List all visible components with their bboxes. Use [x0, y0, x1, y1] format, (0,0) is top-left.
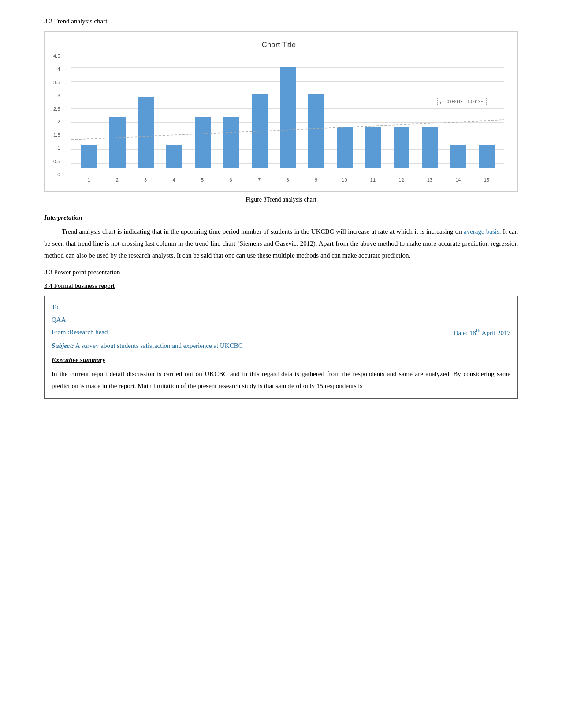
- report-date-label: Date: 18th April 2017: [454, 326, 510, 340]
- interpretation-paragraph: Trend analysis chart is indicating that …: [44, 226, 518, 261]
- bar-group: [275, 54, 301, 168]
- report-from-date-line: From :Research head Date: 18th April 201…: [52, 326, 510, 340]
- report-subject-text: A survey about students satisfaction and…: [74, 342, 243, 349]
- section-34: 3.4 Formal business report: [44, 282, 518, 290]
- bar: [223, 117, 239, 168]
- report-subject-bold: Subject:: [52, 342, 74, 349]
- x-axis-label: 2: [104, 177, 130, 183]
- exec-summary-heading: Executive summary: [52, 354, 510, 366]
- section-33: 3.3 Power point presentation: [44, 269, 518, 276]
- bar-group: [445, 54, 471, 168]
- bar: [138, 97, 154, 168]
- report-to-line: To: [52, 301, 510, 314]
- y-axis-label: 1: [57, 146, 60, 151]
- x-axis-label: 4: [160, 177, 187, 183]
- bar: [81, 145, 97, 168]
- report-subject-line: Subject: A survey about students satisfa…: [52, 340, 510, 352]
- bar-group: [246, 54, 272, 168]
- y-axis: 4.543.532.521.510.50: [53, 54, 63, 177]
- bar-group: [360, 54, 386, 168]
- x-axis-label: 3: [132, 177, 159, 183]
- chart-inner: y = 0.0464x ± 1.5619···: [71, 54, 504, 177]
- bar-group: [133, 54, 159, 168]
- grid-line: [71, 177, 504, 177]
- bar-group: [161, 54, 187, 168]
- x-axis-label: 5: [189, 177, 216, 183]
- colored-text: average basis: [464, 228, 499, 235]
- bar: [195, 117, 211, 168]
- x-axis-label: 8: [274, 177, 301, 183]
- bar-group: [303, 54, 329, 168]
- x-axis-label: 14: [445, 177, 471, 183]
- bar: [422, 127, 438, 168]
- bar-group: [104, 54, 130, 168]
- report-qaa-label: QAA: [52, 316, 66, 323]
- section-32-heading: 3.2 Trend analysis chart: [44, 18, 518, 25]
- bar: [337, 127, 353, 168]
- figure-caption: Figure 3Trend analysis chart: [44, 196, 518, 203]
- bar-group: [473, 54, 500, 168]
- bar: [252, 94, 268, 168]
- y-axis-label: 3: [57, 93, 60, 98]
- interpretation-heading: Interpretation: [44, 214, 518, 221]
- y-axis-label: 2: [57, 119, 60, 124]
- bar: [308, 94, 324, 168]
- exec-body-wrapper: In the current report detail discussion …: [52, 368, 510, 392]
- exec-body-text: In the current report detail discussion …: [52, 368, 510, 392]
- report-to-label: To: [52, 303, 59, 310]
- bar-group: [388, 54, 414, 168]
- bar: [109, 117, 125, 168]
- bar-group: [331, 54, 358, 168]
- report-box: To QAA From :Research head Date: 18th Ap…: [44, 296, 518, 399]
- bar-group: [190, 54, 216, 168]
- y-axis-label: 3.5: [53, 80, 60, 85]
- exec-heading-wrapper: Executive summary: [52, 354, 510, 366]
- bar: [365, 127, 381, 168]
- x-axis-label: 9: [303, 177, 329, 183]
- report-from-label: From :Research head: [52, 326, 108, 340]
- x-axis-label: 7: [246, 177, 272, 183]
- x-axis-label: 12: [388, 177, 414, 183]
- chart-container: Chart Title 4.543.532.521.510.50 y = 0.0…: [44, 31, 518, 192]
- y-axis-label: 4: [57, 67, 60, 72]
- bar: [166, 145, 182, 168]
- x-axis-label: 10: [331, 177, 357, 183]
- chart-title: Chart Title: [53, 41, 504, 49]
- bar: [394, 127, 409, 168]
- report-qaa-line: QAA: [52, 314, 510, 326]
- chart-area: 4.543.532.521.510.50 y = 0.0464x ± 1.561…: [71, 54, 504, 177]
- x-axis-label: 1: [75, 177, 102, 183]
- bar-group: [218, 54, 244, 168]
- bar: [280, 67, 296, 168]
- x-axis-label: 15: [473, 177, 500, 183]
- bar: [479, 145, 495, 168]
- bar: [450, 145, 466, 168]
- x-labels: 123456789101112131415: [71, 177, 504, 183]
- y-axis-label: 0: [57, 172, 60, 177]
- y-axis-label: 1.5: [53, 133, 60, 138]
- x-axis-label: 11: [360, 177, 386, 183]
- bar-group: [76, 54, 102, 168]
- y-axis-label: 2.5: [53, 107, 60, 112]
- bars-row: [71, 54, 504, 168]
- x-axis-label: 6: [217, 177, 244, 183]
- y-axis-label: 0.5: [53, 159, 60, 164]
- trend-line-label: y = 0.0464x ± 1.5619···: [437, 98, 487, 105]
- x-axis-label: 13: [417, 177, 443, 183]
- interpretation-section: Interpretation Trend analysis chart is i…: [44, 214, 518, 261]
- y-axis-label: 4.5: [53, 54, 60, 59]
- bar-group: [417, 54, 443, 168]
